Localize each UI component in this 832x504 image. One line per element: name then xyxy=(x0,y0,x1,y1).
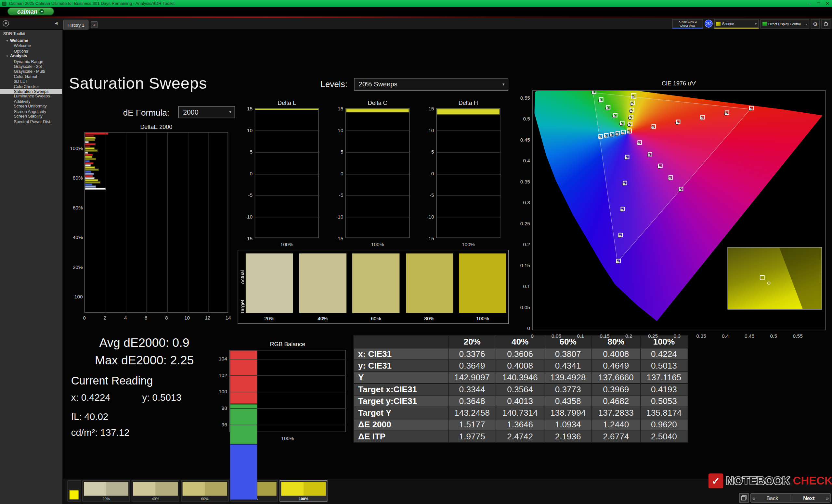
cell-value: 139.4928 xyxy=(544,372,592,384)
cell-value: 0.4008 xyxy=(496,360,544,371)
x-tick-label: 0.05 xyxy=(549,333,564,339)
sidebar-tree: ▾WelcomeWelcomeOptions▾AnalysisDynamic R… xyxy=(0,38,62,124)
cell-value: 2.1936 xyxy=(544,431,592,443)
power-button[interactable] xyxy=(821,19,830,29)
table-row: Target y:CIE310.36480.40130.43580.46820.… xyxy=(354,395,688,407)
sidebar-item-screen-stability[interactable]: Screen Stability xyxy=(0,114,62,119)
table-row: ΔE 20001.51771.36461.09341.24400.9620 xyxy=(354,419,688,430)
delta-value-bar xyxy=(437,109,500,114)
cell-value: 0.3773 xyxy=(544,384,592,395)
sidebar-item-grayscale-multi[interactable]: Grayscale - Multi xyxy=(0,69,62,74)
calman-menu-button[interactable]: calman ▾ xyxy=(7,7,54,15)
x-tick-label: 8 xyxy=(161,315,172,321)
cell-value: 0.3649 xyxy=(448,360,496,371)
cell-value: 0.4358 xyxy=(544,395,592,407)
maximize-button[interactable]: □ xyxy=(814,1,823,6)
sidebar-item-saturation-sweeps[interactable]: Saturation Sweeps xyxy=(0,89,62,94)
y-tick-label: -10 xyxy=(327,214,343,220)
cell-value: 0.4341 xyxy=(544,360,592,371)
cell-value: 137.6660 xyxy=(592,372,640,384)
menu-bar: calman ▾ xyxy=(0,7,832,16)
y-tick-label: 0.25 xyxy=(513,220,530,226)
cell-value: 1.9775 xyxy=(448,431,496,443)
patch-tile-100%[interactable]: 100% xyxy=(280,480,327,501)
meter-button[interactable]: X-Rite i1Pro 2 Direct View xyxy=(672,19,703,29)
sidebar-group-analysis[interactable]: ▾Analysis xyxy=(0,54,62,59)
gridline xyxy=(255,152,319,152)
sidebar-item-3d-lut[interactable]: 3D LUT xyxy=(0,79,62,84)
patch-tile-20%[interactable]: 20% xyxy=(82,480,130,501)
sidebar-item-color-gamut[interactable]: Color Gamut xyxy=(0,74,62,79)
table-header-20%: 20% xyxy=(448,335,496,348)
gridline xyxy=(346,152,410,152)
gamut-triangle xyxy=(593,92,750,262)
x-tick-label: 0 xyxy=(525,333,540,339)
collapse-icon: ▾ xyxy=(6,39,10,44)
back-button[interactable]: Back xyxy=(757,495,788,501)
sidebar-item-welcome[interactable]: Welcome xyxy=(0,44,62,49)
sidebar-item-options[interactable]: Options xyxy=(0,49,62,54)
levels-dropdown[interactable]: 20% Sweeps ▾ xyxy=(354,78,508,91)
sidebar-item-screen-angularity[interactable]: Screen Angularity xyxy=(0,109,62,114)
chevron-down-icon: ▾ xyxy=(229,110,234,115)
delta-c-plot xyxy=(345,108,410,238)
session-menu-icon[interactable] xyxy=(3,20,9,27)
sidebar-collapse-icon[interactable]: ◀ xyxy=(55,21,57,25)
patch-tile-60%[interactable]: 60% xyxy=(181,480,229,501)
delta-h-chart-title: Delta H xyxy=(436,100,500,106)
y-tick-label: -15 xyxy=(418,235,434,241)
y-tick-label: 98 xyxy=(213,405,227,411)
gridline xyxy=(346,174,410,174)
meter-count-badge: 232 xyxy=(705,20,712,27)
delta-l-plot xyxy=(255,108,319,238)
cell-value: 0.4013 xyxy=(496,395,544,407)
y-tick-label: 10 xyxy=(418,127,434,133)
swatch-label: 60% xyxy=(352,315,399,321)
sidebar-group-welcome[interactable]: ▾Welcome xyxy=(0,38,62,44)
gridline xyxy=(255,195,319,196)
settings-button[interactable]: ⚙ xyxy=(811,19,820,29)
sidebar-item-spectral-power-dist-[interactable]: Spectral Power Dist. xyxy=(0,119,62,124)
tab-history-1[interactable]: History 1 xyxy=(63,20,88,30)
sidebar-item-additivity[interactable]: Additivity xyxy=(0,99,62,104)
rgb-bar-blue xyxy=(230,444,257,500)
tab-bar: ◀ History 1 + X-Rite i1Pro 2 Direct View… xyxy=(0,18,832,30)
gridline xyxy=(437,152,501,152)
sidebar-item-grayscale-2pt[interactable]: Grayscale - 2pt xyxy=(0,64,62,69)
y-tick-label: 5 xyxy=(237,149,253,155)
y-tick-label: 0.15 xyxy=(513,262,530,268)
x-tick-label: 0.55 xyxy=(790,333,805,339)
sidebar-item-luminance-sweeps[interactable]: Luminance Sweeps xyxy=(0,94,62,99)
x-tick-label: 0.4 xyxy=(718,333,733,339)
layout-button[interactable] xyxy=(739,493,749,502)
current-patch-tile[interactable] xyxy=(67,480,81,501)
gridline xyxy=(230,359,346,359)
row-label: ΔE ITP xyxy=(354,431,448,443)
patch-tile-40%[interactable]: 40% xyxy=(132,480,179,501)
y-tick-label: 0.2 xyxy=(513,241,530,247)
page-title: Saturation Sweeps xyxy=(69,74,207,92)
rgb-balance-plot xyxy=(229,350,346,432)
sidebar-item-screen-uniformity[interactable]: Screen Uniformity xyxy=(0,104,62,109)
display-control-button[interactable]: Direct Display Control ▾ xyxy=(760,19,809,29)
chevron-down-icon: ▾ xyxy=(805,22,807,26)
close-button[interactable]: ✕ xyxy=(823,1,832,6)
minimize-button[interactable]: – xyxy=(805,1,814,6)
source-button[interactable]: Source ▾ xyxy=(714,19,759,29)
gridline xyxy=(229,133,230,313)
y-tick-label: 0.35 xyxy=(513,178,530,184)
y-tick-label: 100 xyxy=(213,388,227,394)
de-formula-dropdown[interactable]: 2000 ▾ xyxy=(178,106,235,118)
patch-swatch xyxy=(84,482,128,496)
sidebar-item-colorchecker[interactable]: ColorChecker xyxy=(0,84,62,89)
next-button[interactable]: Next xyxy=(794,495,825,501)
x-tick-label: 6 xyxy=(141,315,152,321)
add-tab-button[interactable]: + xyxy=(91,21,98,28)
y-tick-label: 0 xyxy=(237,170,253,176)
sidebar-title: SDR Toolkit xyxy=(0,30,62,38)
inset-target-point xyxy=(767,282,771,285)
cell-value: 143.2458 xyxy=(448,407,496,419)
gear-icon: ⚙ xyxy=(813,21,818,27)
chevron-down-icon: ▾ xyxy=(755,22,757,25)
sidebar-item-dynamic-range[interactable]: Dynamic Range xyxy=(0,59,62,64)
